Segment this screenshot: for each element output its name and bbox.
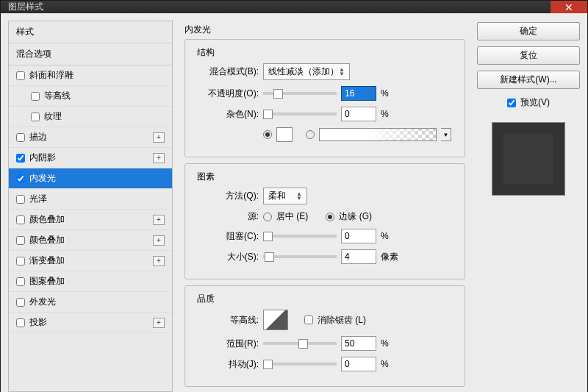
- panel-title: 内发光: [184, 24, 465, 36]
- opacity-input[interactable]: 16: [341, 86, 376, 101]
- elements-legend: 图素: [194, 171, 218, 183]
- add-color-overlay-1-button[interactable]: +: [153, 215, 165, 225]
- noise-slider[interactable]: [263, 113, 337, 115]
- range-label: 范围(R):: [194, 338, 259, 350]
- range-input[interactable]: 50: [341, 336, 376, 351]
- sidebar-item-inner-shadow[interactable]: 内阴影 +: [9, 148, 172, 168]
- sidebar-item-stroke[interactable]: 描边 +: [9, 127, 172, 148]
- range-unit: %: [381, 338, 403, 349]
- jitter-slider[interactable]: [263, 363, 337, 366]
- checkbox-color-overlay-2[interactable]: [16, 236, 25, 245]
- sidebar-item-pattern-overlay[interactable]: 图案叠加: [9, 271, 172, 292]
- sidebar-header: 样式: [9, 21, 172, 43]
- sidebar-item-outer-glow[interactable]: 外发光: [9, 292, 172, 313]
- sidebar-item-gradient-overlay[interactable]: 渐变叠加 +: [9, 251, 172, 271]
- source-center-label: 居中 (E): [276, 210, 308, 223]
- sidebar-item-drop-shadow[interactable]: 投影 +: [9, 313, 172, 333]
- choke-label: 阻塞(C):: [194, 230, 259, 243]
- choke-slider[interactable]: [263, 235, 337, 238]
- contour-label: 等高线:: [194, 314, 259, 327]
- checkbox-color-overlay-1[interactable]: [16, 215, 25, 224]
- blend-mode-select[interactable]: 线性减淡（添加） ▲▼: [263, 63, 350, 80]
- sidebar-blending-options[interactable]: 混合选项: [9, 43, 172, 65]
- sidebar-item-color-overlay-2[interactable]: 颜色叠加 +: [9, 230, 172, 251]
- preview-swatch: [492, 122, 565, 196]
- size-input[interactable]: 4: [341, 249, 376, 264]
- add-stroke-button[interactable]: +: [153, 132, 165, 143]
- choke-unit: %: [381, 231, 403, 241]
- noise-input[interactable]: 0: [341, 107, 376, 121]
- source-edge-radio[interactable]: [326, 213, 334, 221]
- sidebar-item-inner-glow[interactable]: 内发光: [9, 168, 172, 189]
- noise-unit: %: [381, 109, 403, 119]
- color-radio[interactable]: [263, 130, 272, 139]
- color-swatch[interactable]: [276, 127, 293, 142]
- checkbox-stroke[interactable]: [16, 133, 25, 142]
- titlebar: 图层样式 ✕: [1, 1, 587, 13]
- gradient-dropdown-icon[interactable]: ▼: [441, 128, 451, 141]
- checkbox-gradient-overlay[interactable]: [16, 257, 25, 266]
- checkbox-satin[interactable]: [16, 195, 25, 204]
- size-slider[interactable]: [263, 255, 337, 258]
- technique-label: 方法(Q):: [194, 190, 259, 202]
- checkbox-inner-glow[interactable]: [16, 174, 25, 183]
- sidebar-item-contour[interactable]: 等高线: [9, 86, 172, 107]
- size-unit: 像素: [381, 251, 403, 263]
- gradient-preview[interactable]: [319, 128, 437, 141]
- sidebar-item-satin[interactable]: 光泽: [9, 189, 172, 210]
- layer-style-dialog: 图层样式 ✕ 样式 混合选项 斜面和浮雕 等高线 纹理 描边 + 内阴影 +: [0, 0, 588, 392]
- elements-group: 图素 方法(Q): 柔和 ▲▼ 源: 居中 (E) 边缘 (G): [184, 163, 465, 279]
- cancel-button[interactable]: 复位: [477, 46, 580, 65]
- technique-select[interactable]: 柔和 ▲▼: [263, 188, 307, 204]
- sidebar-item-bevel[interactable]: 斜面和浮雕: [9, 65, 172, 86]
- select-arrow-icon: ▲▼: [339, 68, 345, 76]
- opacity-unit: %: [381, 88, 403, 99]
- opacity-label: 不透明度(O):: [194, 88, 259, 100]
- antialias-label: 消除锯齿 (L): [318, 314, 366, 327]
- add-gradient-overlay-button[interactable]: +: [153, 256, 165, 266]
- add-inner-shadow-button[interactable]: +: [153, 153, 165, 163]
- ok-button[interactable]: 确定: [477, 22, 580, 40]
- source-label: 源:: [194, 210, 259, 223]
- checkbox-bevel[interactable]: [16, 71, 25, 80]
- size-label: 大小(S):: [194, 251, 259, 263]
- source-edge-label: 边缘 (G): [339, 210, 372, 223]
- opacity-slider[interactable]: [263, 92, 337, 95]
- structure-legend: 结构: [194, 46, 218, 59]
- choke-input[interactable]: 0: [341, 229, 376, 243]
- jitter-input[interactable]: 0: [341, 357, 376, 371]
- blend-mode-label: 混合模式(B):: [194, 65, 259, 78]
- source-center-radio[interactable]: [263, 213, 272, 221]
- noise-label: 杂色(N):: [194, 108, 259, 121]
- quality-group: 品质 等高线: 消除锯齿 (L) 范围(R): 50 % 抖动(J):: [184, 285, 465, 387]
- main-panel: 内发光 结构 混合模式(B): 线性减淡（添加） ▲▼ 不透明度(O): 16 …: [179, 21, 471, 392]
- right-column: 确定 复位 新建样式(W)... 预览(V): [477, 21, 580, 392]
- window-title: 图层样式: [8, 1, 43, 13]
- checkbox-pattern-overlay[interactable]: [16, 277, 25, 286]
- sidebar-item-color-overlay-1[interactable]: 颜色叠加 +: [9, 210, 172, 230]
- jitter-unit: %: [381, 359, 403, 369]
- checkbox-contour[interactable]: [31, 92, 40, 101]
- preview-label: 预览(V): [520, 96, 550, 109]
- quality-legend: 品质: [194, 293, 218, 305]
- range-slider[interactable]: [263, 342, 337, 345]
- sidebar-item-texture[interactable]: 纹理: [9, 107, 172, 127]
- add-color-overlay-2-button[interactable]: +: [153, 235, 165, 246]
- new-style-button[interactable]: 新建样式(W)...: [477, 71, 580, 89]
- add-drop-shadow-button[interactable]: +: [153, 318, 165, 328]
- antialias-checkbox[interactable]: [304, 316, 313, 324]
- checkbox-outer-glow[interactable]: [16, 298, 25, 307]
- checkbox-texture[interactable]: [31, 113, 40, 121]
- close-button[interactable]: ✕: [551, 1, 587, 13]
- styles-sidebar: 样式 混合选项 斜面和浮雕 等高线 纹理 描边 + 内阴影 + 内发光: [8, 21, 173, 392]
- preview-checkbox[interactable]: [507, 99, 516, 107]
- window-controls: ✕: [551, 1, 587, 13]
- jitter-label: 抖动(J):: [194, 358, 259, 371]
- contour-picker[interactable]: [263, 310, 288, 330]
- checkbox-inner-shadow[interactable]: [16, 154, 25, 163]
- gradient-radio[interactable]: [306, 130, 315, 139]
- select-arrow-icon: ▲▼: [296, 192, 302, 201]
- structure-group: 结构 混合模式(B): 线性减淡（添加） ▲▼ 不透明度(O): 16 % 杂色…: [184, 39, 465, 157]
- checkbox-drop-shadow[interactable]: [16, 318, 25, 327]
- dialog-body: 样式 混合选项 斜面和浮雕 等高线 纹理 描边 + 内阴影 + 内发光: [1, 13, 587, 392]
